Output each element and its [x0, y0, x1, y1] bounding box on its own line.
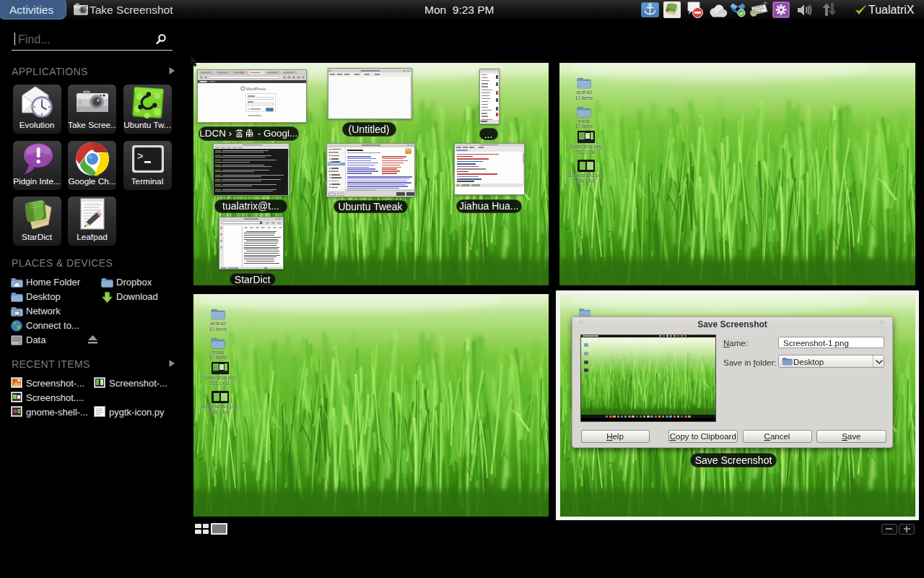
svg-text:WordPress: WordPress — [245, 87, 265, 91]
svg-text:>: > — [137, 151, 143, 163]
